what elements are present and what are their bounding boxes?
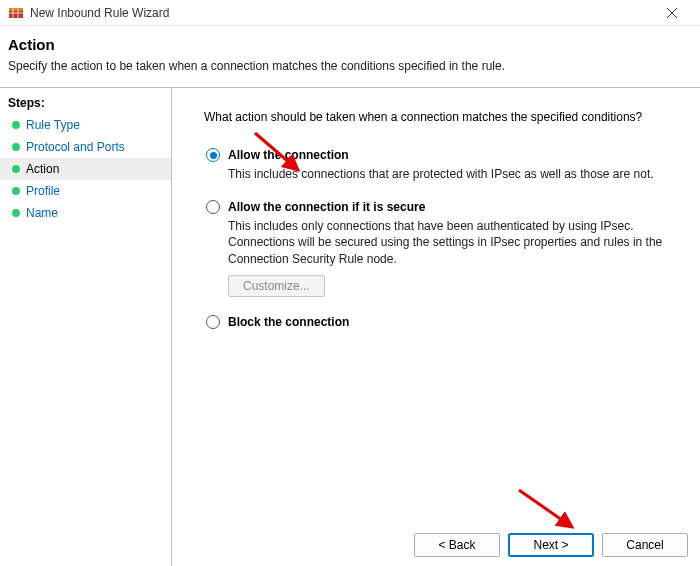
option-allow: Allow the connection This includes conne…	[196, 148, 676, 182]
step-action[interactable]: Action	[0, 158, 171, 180]
page-subtitle: Specify the action to be taken when a co…	[8, 59, 692, 73]
customize-button: Customize...	[228, 275, 325, 297]
step-label: Protocol and Ports	[26, 140, 125, 154]
step-protocol-ports[interactable]: Protocol and Ports	[0, 136, 171, 158]
step-profile[interactable]: Profile	[0, 180, 171, 202]
cancel-button[interactable]: Cancel	[602, 533, 688, 557]
back-button[interactable]: < Back	[414, 533, 500, 557]
next-button[interactable]: Next >	[508, 533, 594, 557]
close-icon	[667, 8, 677, 18]
step-label: Rule Type	[26, 118, 80, 132]
steps-sidebar: Steps: Rule Type Protocol and Ports Acti…	[0, 88, 172, 566]
titlebar: New Inbound Rule Wizard	[0, 0, 700, 26]
step-bullet-icon	[12, 121, 20, 129]
content-question: What action should be taken when a conne…	[204, 110, 676, 124]
wizard-body: Steps: Rule Type Protocol and Ports Acti…	[0, 88, 700, 566]
step-name[interactable]: Name	[0, 202, 171, 224]
wizard-content: What action should be taken when a conne…	[172, 88, 700, 566]
radio-icon	[206, 315, 220, 329]
radio-allow[interactable]: Allow the connection	[206, 148, 676, 162]
page-title: Action	[8, 36, 692, 53]
option-allow-secure: Allow the connection if it is secure Thi…	[196, 200, 676, 297]
radio-icon	[206, 148, 220, 162]
window-title: New Inbound Rule Wizard	[30, 6, 652, 20]
step-bullet-icon	[12, 143, 20, 151]
step-bullet-icon	[12, 165, 20, 173]
svg-rect-1	[9, 8, 23, 11]
step-bullet-icon	[12, 209, 20, 217]
radio-allow-secure[interactable]: Allow the connection if it is secure	[206, 200, 676, 214]
option-description: This includes only connections that have…	[228, 218, 676, 267]
wizard-header: Action Specify the action to be taken wh…	[0, 26, 700, 87]
radio-block[interactable]: Block the connection	[206, 315, 676, 329]
step-rule-type[interactable]: Rule Type	[0, 114, 171, 136]
steps-heading: Steps:	[0, 96, 171, 114]
wizard-footer: < Back Next > Cancel	[172, 523, 700, 566]
option-label: Allow the connection	[228, 148, 349, 162]
option-description: This includes connections that are prote…	[228, 166, 676, 182]
step-bullet-icon	[12, 187, 20, 195]
radio-icon	[206, 200, 220, 214]
firewall-icon	[8, 5, 24, 21]
step-label: Name	[26, 206, 58, 220]
option-block: Block the connection	[196, 315, 676, 329]
option-label: Block the connection	[228, 315, 349, 329]
step-label: Profile	[26, 184, 60, 198]
step-label: Action	[26, 162, 59, 176]
option-label: Allow the connection if it is secure	[228, 200, 425, 214]
close-button[interactable]	[652, 0, 692, 26]
